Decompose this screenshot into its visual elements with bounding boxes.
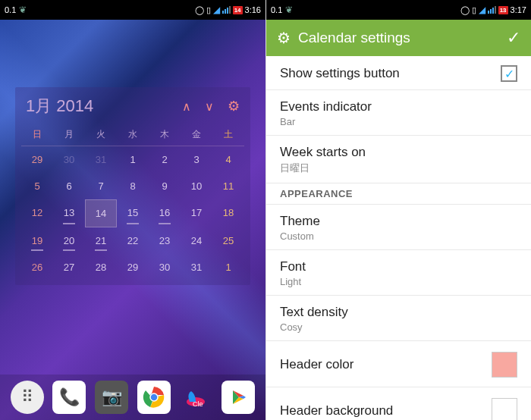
wifi-icon: ◢ (479, 5, 485, 15)
weekday-label: 日 (21, 128, 53, 141)
calendar-day[interactable]: 12 (21, 199, 53, 227)
settings-list: Show settings button✓Events indicatorBar… (266, 56, 531, 420)
setting-label: Theme (280, 214, 320, 229)
color-swatch[interactable] (492, 352, 517, 378)
clock: 3:16 (245, 5, 261, 14)
settings-header: ⚙ Calendar settings ✓ (266, 20, 531, 56)
calendar-day[interactable]: 1 (117, 146, 149, 173)
battery-icon: 13 (498, 6, 508, 14)
calendar-day[interactable]: 30 (149, 254, 181, 281)
calendar-day[interactable]: 26 (21, 254, 53, 281)
phone-icon[interactable]: 📞 (52, 381, 86, 414)
calendar-day[interactable]: 9 (149, 173, 181, 199)
calendar-day[interactable]: 25 (212, 227, 244, 254)
vibrate-icon: ▯ (206, 5, 211, 15)
setting-value: Custom (280, 230, 320, 242)
calendar-day[interactable]: 1 (212, 254, 244, 281)
calendar-day[interactable]: 18 (212, 199, 244, 227)
calendar-grid: 2930311234567891011121314151617181920212… (21, 146, 244, 281)
calendar-settings-button[interactable]: ⚙ (228, 98, 240, 114)
setting-item[interactable]: Week starts on日曜日 (266, 136, 531, 183)
setting-item[interactable]: FontLight (266, 250, 531, 296)
calendar-day[interactable]: 22 (117, 227, 149, 254)
setting-value: 日曜日 (280, 161, 366, 175)
sync-icon: ◯ (460, 5, 470, 15)
setting-label: Events indicator (280, 99, 372, 114)
calendar-widget[interactable]: 1月 2014 ∧ ∨ ⚙ 日月火水木金土 293031123456789101… (15, 87, 250, 285)
calendar-day[interactable]: 21 (85, 227, 117, 254)
calendar-day[interactable]: 10 (181, 173, 212, 199)
calendar-day[interactable]: 16 (149, 199, 181, 227)
calendar-day[interactable]: 29 (21, 146, 53, 173)
setting-item[interactable]: Header color (266, 341, 531, 387)
calendar-day[interactable]: 7 (85, 173, 117, 199)
checkbox[interactable]: ✓ (501, 65, 517, 82)
wifi-icon: ◢ (213, 5, 220, 15)
signal-icon (222, 6, 231, 14)
calendar-day[interactable]: 5 (21, 173, 53, 199)
calendar-day[interactable]: 20 (53, 227, 85, 254)
play-store-icon[interactable] (222, 381, 255, 414)
cleaner-icon[interactable]: Cle (179, 381, 212, 414)
settings-title: Calendar settings (298, 30, 507, 46)
calendar-day[interactable]: 4 (212, 146, 244, 173)
chrome-icon[interactable] (137, 381, 171, 414)
calendar-day[interactable]: 11 (212, 173, 244, 199)
calendar-day[interactable]: 24 (181, 227, 212, 254)
sync-icon: ◯ (195, 5, 204, 15)
confirm-button[interactable]: ✓ (507, 28, 520, 48)
weekday-label: 土 (212, 128, 244, 141)
apps-icon[interactable]: ⠿ (11, 381, 44, 414)
setting-value: Light (280, 276, 306, 287)
calendar-day[interactable]: 15 (117, 199, 149, 227)
weekday-label: 木 (149, 128, 181, 141)
setting-label: Week starts on (280, 145, 366, 160)
calendar-day[interactable]: 28 (85, 254, 117, 281)
calendar-day[interactable]: 17 (181, 199, 212, 227)
setting-label: Font (280, 259, 306, 274)
calendar-day[interactable]: 30 (53, 146, 85, 173)
calendar-title: 1月 2014 (26, 95, 93, 118)
clock: 3:17 (511, 5, 526, 14)
section-header: APPEARANCE (266, 183, 531, 205)
calendar-day[interactable]: 3 (181, 146, 212, 173)
calendar-day[interactable]: 6 (53, 173, 85, 199)
status-bar: 0.1 ❦ ◯ ▯ ◢ 13 3:17 (266, 0, 531, 20)
calendar-day[interactable]: 29 (117, 254, 149, 281)
setting-label: Text density (280, 305, 348, 320)
setting-item[interactable]: ThemeCustom (266, 205, 531, 250)
battery-icon: 14 (233, 6, 243, 14)
setting-label: Show settings button (280, 66, 400, 81)
svg-point-2 (150, 393, 158, 401)
prev-month-button[interactable]: ∧ (182, 99, 191, 114)
home-screen: 0.1 ❦ ◯ ▯ ◢ 14 3:16 1月 2014 ∧ ∨ ⚙ 日月火水木金… (0, 0, 266, 420)
setting-label: Header background (280, 403, 393, 418)
calendar-day[interactable]: 19 (21, 227, 53, 254)
leaf-icon: ❦ (285, 5, 293, 15)
weekday-label: 水 (117, 128, 149, 141)
color-swatch[interactable] (492, 398, 517, 420)
data-indicator: 0.1 (5, 5, 16, 14)
camera-icon[interactable]: 📷 (95, 381, 128, 414)
calendar-day[interactable]: 2 (149, 146, 181, 173)
calendar-day[interactable]: 31 (85, 146, 117, 173)
calendar-day[interactable]: 8 (117, 173, 149, 199)
data-indicator: 0.1 (271, 5, 282, 14)
next-month-button[interactable]: ∨ (205, 99, 214, 114)
weekday-label: 月 (53, 128, 85, 141)
calendar-day[interactable]: 27 (53, 254, 85, 281)
setting-item[interactable]: Header background (266, 387, 531, 420)
weekday-label: 火 (85, 128, 117, 141)
weekday-label: 金 (181, 128, 212, 141)
setting-item[interactable]: Text densityCosy (266, 296, 531, 341)
calendar-day[interactable]: 13 (53, 199, 85, 227)
leaf-icon: ❦ (19, 5, 27, 15)
calendar-day[interactable]: 23 (149, 227, 181, 254)
setting-item[interactable]: Show settings button✓ (266, 56, 531, 90)
settings-screen: 0.1 ❦ ◯ ▯ ◢ 13 3:17 ⚙ Calendar settings … (266, 0, 531, 420)
calendar-day[interactable]: 14 (85, 199, 117, 227)
vibrate-icon: ▯ (472, 5, 476, 15)
calendar-day[interactable]: 31 (181, 254, 212, 281)
setting-item[interactable]: Events indicatorBar (266, 90, 531, 136)
dock: ⠿ 📞 📷 Cle (0, 375, 266, 420)
